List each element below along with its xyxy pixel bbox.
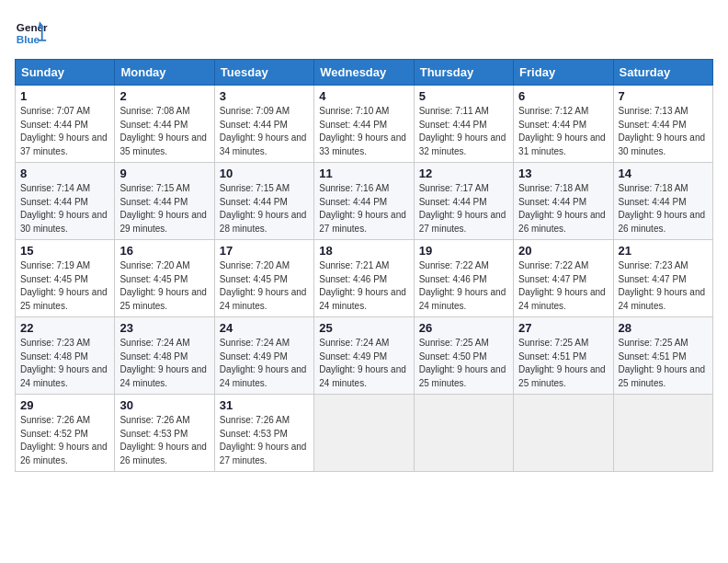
day-info: Sunrise: 7:12 AM Sunset: 4:44 PM Dayligh…	[518, 106, 606, 156]
logo: General Blue	[15, 15, 53, 48]
calendar-cell: 7 Sunrise: 7:13 AM Sunset: 4:44 PM Dayli…	[613, 86, 712, 163]
day-number: 27	[518, 321, 608, 335]
day-number: 16	[119, 244, 209, 258]
calendar-cell: 30 Sunrise: 7:26 AM Sunset: 4:53 PM Dayl…	[115, 395, 214, 472]
calendar-cell: 20 Sunrise: 7:22 AM Sunset: 4:47 PM Dayl…	[514, 240, 613, 317]
calendar-cell: 13 Sunrise: 7:18 AM Sunset: 4:44 PM Dayl…	[514, 163, 613, 240]
calendar-cell: 14 Sunrise: 7:18 AM Sunset: 4:44 PM Dayl…	[613, 163, 712, 240]
column-header-saturday: Saturday	[613, 60, 712, 86]
calendar-cell	[314, 395, 414, 472]
day-number: 4	[319, 89, 408, 103]
day-number: 3	[220, 89, 309, 103]
calendar-cell: 12 Sunrise: 7:17 AM Sunset: 4:44 PM Dayl…	[414, 163, 513, 240]
day-info: Sunrise: 7:26 AM Sunset: 4:53 PM Dayligh…	[119, 415, 207, 465]
column-header-thursday: Thursday	[414, 60, 513, 86]
day-number: 7	[619, 89, 708, 103]
day-info: Sunrise: 7:11 AM Sunset: 4:44 PM Dayligh…	[419, 106, 506, 156]
day-info: Sunrise: 7:07 AM Sunset: 4:44 PM Dayligh…	[20, 106, 108, 156]
calendar-cell: 31 Sunrise: 7:26 AM Sunset: 4:53 PM Dayl…	[214, 395, 313, 472]
calendar-cell: 15 Sunrise: 7:19 AM Sunset: 4:45 PM Dayl…	[16, 240, 115, 317]
calendar-cell: 2 Sunrise: 7:08 AM Sunset: 4:44 PM Dayli…	[115, 86, 214, 163]
calendar-week-2: 8 Sunrise: 7:14 AM Sunset: 4:44 PM Dayli…	[16, 163, 713, 240]
calendar-cell: 8 Sunrise: 7:14 AM Sunset: 4:44 PM Dayli…	[16, 163, 115, 240]
calendar-week-5: 29 Sunrise: 7:26 AM Sunset: 4:52 PM Dayl…	[16, 395, 713, 472]
day-info: Sunrise: 7:15 AM Sunset: 4:44 PM Dayligh…	[119, 183, 207, 234]
day-number: 29	[20, 398, 109, 412]
calendar-table: SundayMondayTuesdayWednesdayThursdayFrid…	[15, 59, 713, 472]
column-header-friday: Friday	[514, 60, 613, 86]
calendar-cell: 18 Sunrise: 7:21 AM Sunset: 4:46 PM Dayl…	[314, 240, 414, 317]
column-header-monday: Monday	[115, 60, 214, 86]
calendar-cell: 1 Sunrise: 7:07 AM Sunset: 4:44 PM Dayli…	[16, 86, 115, 163]
calendar-cell: 16 Sunrise: 7:20 AM Sunset: 4:45 PM Dayl…	[115, 240, 214, 317]
day-number: 23	[119, 321, 209, 335]
day-number: 28	[619, 321, 708, 335]
day-number: 11	[319, 167, 408, 180]
day-info: Sunrise: 7:23 AM Sunset: 4:48 PM Dayligh…	[20, 338, 108, 388]
day-info: Sunrise: 7:23 AM Sunset: 4:47 PM Dayligh…	[619, 260, 706, 311]
day-info: Sunrise: 7:20 AM Sunset: 4:45 PM Dayligh…	[119, 260, 207, 311]
day-info: Sunrise: 7:25 AM Sunset: 4:51 PM Dayligh…	[518, 338, 606, 388]
day-number: 14	[619, 167, 708, 180]
day-info: Sunrise: 7:22 AM Sunset: 4:47 PM Dayligh…	[518, 260, 606, 311]
day-info: Sunrise: 7:21 AM Sunset: 4:46 PM Dayligh…	[319, 260, 406, 311]
calendar-cell: 21 Sunrise: 7:23 AM Sunset: 4:47 PM Dayl…	[613, 240, 712, 317]
svg-text:General: General	[17, 21, 48, 33]
calendar-cell: 6 Sunrise: 7:12 AM Sunset: 4:44 PM Dayli…	[514, 86, 613, 163]
day-number: 15	[20, 244, 109, 258]
day-number: 26	[419, 321, 508, 335]
day-info: Sunrise: 7:24 AM Sunset: 4:49 PM Dayligh…	[319, 338, 406, 388]
day-number: 22	[20, 321, 109, 335]
calendar-cell: 28 Sunrise: 7:25 AM Sunset: 4:51 PM Dayl…	[613, 317, 712, 395]
calendar-cell	[514, 395, 613, 472]
calendar-cell: 25 Sunrise: 7:24 AM Sunset: 4:49 PM Dayl…	[314, 317, 414, 395]
calendar-cell: 23 Sunrise: 7:24 AM Sunset: 4:48 PM Dayl…	[115, 317, 214, 395]
day-info: Sunrise: 7:19 AM Sunset: 4:45 PM Dayligh…	[20, 260, 108, 311]
day-info: Sunrise: 7:18 AM Sunset: 4:44 PM Dayligh…	[518, 183, 606, 234]
calendar-cell: 9 Sunrise: 7:15 AM Sunset: 4:44 PM Dayli…	[115, 163, 214, 240]
day-info: Sunrise: 7:16 AM Sunset: 4:44 PM Dayligh…	[319, 183, 406, 234]
day-number: 13	[518, 167, 608, 180]
day-number: 18	[319, 244, 408, 258]
column-header-wednesday: Wednesday	[314, 60, 414, 86]
day-number: 20	[518, 244, 608, 258]
day-number: 21	[619, 244, 708, 258]
calendar-cell: 24 Sunrise: 7:24 AM Sunset: 4:49 PM Dayl…	[214, 317, 313, 395]
calendar-week-1: 1 Sunrise: 7:07 AM Sunset: 4:44 PM Dayli…	[16, 86, 713, 163]
day-number: 31	[220, 398, 309, 412]
calendar-week-3: 15 Sunrise: 7:19 AM Sunset: 4:45 PM Dayl…	[16, 240, 713, 317]
svg-text:Blue: Blue	[17, 33, 40, 45]
day-number: 24	[220, 321, 309, 335]
calendar-cell: 22 Sunrise: 7:23 AM Sunset: 4:48 PM Dayl…	[16, 317, 115, 395]
calendar-cell: 11 Sunrise: 7:16 AM Sunset: 4:44 PM Dayl…	[314, 163, 414, 240]
calendar-cell	[613, 395, 712, 472]
calendar-cell: 5 Sunrise: 7:11 AM Sunset: 4:44 PM Dayli…	[414, 86, 513, 163]
calendar-cell	[414, 395, 513, 472]
day-number: 2	[119, 89, 209, 103]
day-number: 9	[119, 167, 209, 180]
day-info: Sunrise: 7:24 AM Sunset: 4:49 PM Dayligh…	[220, 338, 307, 388]
day-info: Sunrise: 7:15 AM Sunset: 4:44 PM Dayligh…	[220, 183, 307, 234]
day-number: 17	[220, 244, 309, 258]
day-number: 5	[419, 89, 508, 103]
column-header-sunday: Sunday	[16, 60, 115, 86]
day-info: Sunrise: 7:26 AM Sunset: 4:52 PM Dayligh…	[20, 415, 108, 465]
day-number: 6	[518, 89, 608, 103]
calendar-cell: 4 Sunrise: 7:10 AM Sunset: 4:44 PM Dayli…	[314, 86, 414, 163]
day-number: 10	[220, 167, 309, 180]
calendar-cell: 27 Sunrise: 7:25 AM Sunset: 4:51 PM Dayl…	[514, 317, 613, 395]
day-info: Sunrise: 7:25 AM Sunset: 4:51 PM Dayligh…	[619, 338, 706, 388]
calendar-cell: 10 Sunrise: 7:15 AM Sunset: 4:44 PM Dayl…	[214, 163, 313, 240]
calendar-cell: 17 Sunrise: 7:20 AM Sunset: 4:45 PM Dayl…	[214, 240, 313, 317]
day-info: Sunrise: 7:22 AM Sunset: 4:46 PM Dayligh…	[419, 260, 506, 311]
day-info: Sunrise: 7:25 AM Sunset: 4:50 PM Dayligh…	[419, 338, 506, 388]
day-info: Sunrise: 7:10 AM Sunset: 4:44 PM Dayligh…	[319, 106, 406, 156]
calendar-cell: 29 Sunrise: 7:26 AM Sunset: 4:52 PM Dayl…	[16, 395, 115, 472]
logo-icon: General Blue	[15, 15, 48, 48]
calendar-header-row: SundayMondayTuesdayWednesdayThursdayFrid…	[16, 60, 713, 86]
day-number: 1	[20, 89, 109, 103]
calendar-cell: 26 Sunrise: 7:25 AM Sunset: 4:50 PM Dayl…	[414, 317, 513, 395]
page-header: General Blue	[15, 15, 713, 48]
day-number: 19	[419, 244, 508, 258]
day-number: 30	[119, 398, 209, 412]
